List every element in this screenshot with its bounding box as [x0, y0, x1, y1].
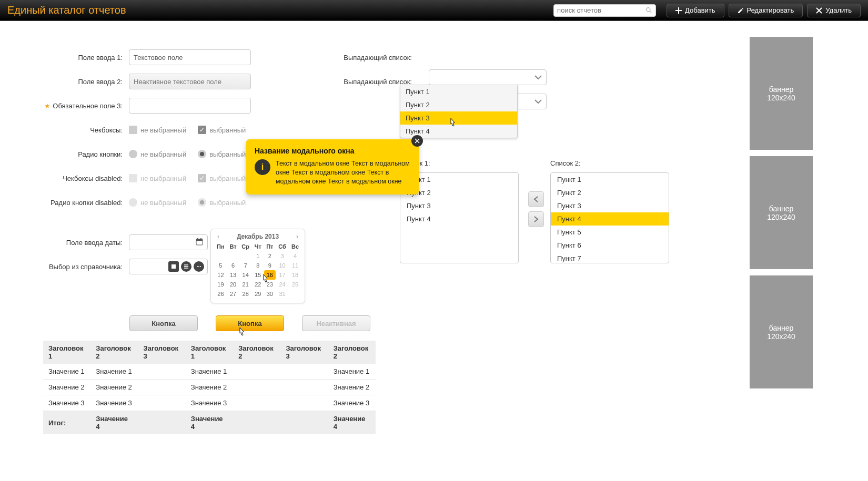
calendar-day[interactable]: 6 — [227, 261, 239, 270]
table-row: Значение 1Значение 1Значение 1Значение 1 — [43, 364, 376, 380]
table-cell: Значение 1 — [43, 364, 90, 380]
calendar-day[interactable]: 17 — [276, 270, 289, 280]
table-footer-cell: Значение 4 — [186, 411, 233, 435]
calendar-day[interactable]: 21 — [239, 280, 252, 289]
table-header: Заголовок 2 — [90, 341, 138, 364]
input3[interactable] — [129, 98, 251, 114]
move-right-button[interactable] — [528, 211, 544, 227]
checkbox-disabled-checked: ✓выбранный — [198, 174, 246, 182]
calendar-day[interactable]: 18 — [289, 270, 301, 280]
calendar-day[interactable]: 13 — [227, 270, 239, 280]
search-box[interactable] — [553, 4, 656, 17]
calendar-day[interactable]: 24 — [276, 280, 289, 289]
calendar-day[interactable]: 3 — [276, 251, 289, 261]
calendar-dow: Пт — [264, 242, 276, 251]
table-cell: Значение 2 — [328, 380, 376, 395]
edit-button[interactable]: Редактировать — [729, 4, 803, 17]
calendar-day[interactable]: 5 — [214, 261, 227, 270]
table-cell: Значение 3 — [328, 395, 376, 411]
svg-line-1 — [650, 11, 651, 13]
search-icon — [645, 7, 652, 14]
button-disabled: Неактивная — [302, 315, 370, 331]
calendar-day[interactable]: 19 — [214, 280, 227, 289]
input1[interactable] — [129, 49, 251, 65]
list-item[interactable]: Пункт 3 — [551, 199, 669, 212]
radio-unchecked[interactable]: не выбранный — [129, 150, 186, 158]
list-item[interactable]: Пункт 3 — [400, 199, 518, 212]
table-footer-cell: Значение 4 — [90, 411, 138, 435]
dropdown2-menu[interactable]: Пункт 1 Пункт 2 Пункт 3 Пункт 4 — [400, 85, 518, 138]
calendar-day[interactable]: 15 — [252, 270, 264, 280]
banner-2: баннер120x240 — [750, 156, 813, 269]
delete-button[interactable]: Удалить — [807, 4, 861, 17]
calendar-day[interactable]: 10 — [276, 261, 289, 270]
table-cell: Значение 1 — [90, 364, 138, 380]
button-row: Кнопка Кнопка Неактивная — [129, 315, 370, 331]
checkbox-checked[interactable]: ✓выбранный — [198, 126, 246, 134]
calendar-day[interactable]: 20 — [227, 280, 239, 289]
svg-rect-3 — [196, 239, 203, 241]
input2-label: Поле ввода 2: — [29, 78, 129, 86]
list2[interactable]: Пункт 1Пункт 2Пункт 3Пункт 4Пункт 5Пункт… — [550, 172, 669, 263]
calendar-day[interactable]: 7 — [239, 261, 252, 270]
calendar-day — [289, 289, 301, 299]
table-cell: Значение 3 — [90, 395, 138, 411]
list-item[interactable]: Пункт 7 — [551, 252, 669, 263]
calendar-day[interactable]: 30 — [264, 289, 276, 299]
calendar-day[interactable]: 2 — [264, 251, 276, 261]
calendar-day[interactable]: 9 — [264, 261, 276, 270]
list-item[interactable]: Пункт 1 — [551, 173, 669, 186]
button-normal[interactable]: Кнопка — [129, 315, 198, 331]
calendar-day — [227, 251, 239, 261]
list-icon[interactable] — [181, 261, 191, 272]
list-item[interactable]: Пункт 2 — [551, 186, 669, 199]
svg-rect-5 — [200, 238, 201, 240]
calendar-day[interactable]: 27 — [227, 289, 239, 299]
list2-label: Список 2: — [550, 159, 581, 167]
ref-input[interactable] — [129, 259, 208, 274]
calendar-day[interactable]: 23 — [264, 280, 276, 289]
info-icon: i — [255, 159, 270, 175]
calendar[interactable]: ‹ Декабрь 2013 › ПнВтСрЧтПтСбВс 12345678… — [210, 229, 305, 303]
calendar-icon — [196, 238, 203, 247]
list-item[interactable]: Пункт 5 — [551, 226, 669, 239]
calendar-day[interactable]: 29 — [252, 289, 264, 299]
calendar-day[interactable]: 26 — [214, 289, 227, 299]
calendar-day[interactable]: 1 — [252, 251, 264, 261]
button-primary[interactable]: Кнопка — [216, 315, 284, 331]
table-cell — [280, 395, 328, 411]
calendar-day[interactable]: 11 — [289, 261, 301, 270]
calendar-day[interactable]: 25 — [289, 280, 301, 289]
modal-close[interactable] — [411, 135, 423, 147]
data-table: Заголовок 1Заголовок 2Заголовок 3Заголов… — [43, 341, 376, 434]
checkbox-unchecked[interactable]: не выбранный — [129, 126, 186, 134]
calendar-day[interactable]: 22 — [252, 280, 264, 289]
calendar-day[interactable]: 4 — [289, 251, 301, 261]
radio-checked[interactable]: выбранный — [198, 150, 246, 158]
list-item[interactable]: Пункт 4 — [551, 212, 669, 226]
calendar-day[interactable]: 31 — [276, 289, 289, 299]
calendar-day[interactable]: 28 — [239, 289, 252, 299]
book-icon[interactable] — [168, 261, 179, 272]
chat-icon[interactable] — [194, 261, 204, 272]
list-item[interactable]: Пункт 4 — [400, 212, 518, 226]
calendar-next[interactable]: › — [294, 233, 300, 240]
move-left-button[interactable] — [528, 191, 544, 207]
dropdown-item[interactable]: Пункт 1 — [400, 85, 517, 98]
calendar-day[interactable]: 12 — [214, 270, 227, 280]
calendar-dow: Вт — [227, 242, 239, 251]
radio-label: Радио кнопки: — [29, 150, 129, 158]
table-cell: Значение 1 — [186, 364, 233, 380]
calendar-dow: Сб — [276, 242, 289, 251]
dropdown1[interactable] — [429, 69, 547, 85]
search-input[interactable] — [557, 6, 645, 14]
calendar-day[interactable]: 14 — [239, 270, 252, 280]
calendar-day[interactable]: 8 — [252, 261, 264, 270]
dropdown-item[interactable]: Пункт 2 — [400, 98, 517, 111]
calendar-prev[interactable]: ‹ — [215, 233, 221, 240]
calendar-day[interactable]: 16 — [264, 270, 276, 280]
list-item[interactable]: Пункт 6 — [551, 239, 669, 252]
add-button[interactable]: Добавить — [667, 4, 724, 17]
dropdown-item[interactable]: Пункт 3 — [400, 111, 517, 125]
date-input[interactable] — [129, 234, 208, 250]
